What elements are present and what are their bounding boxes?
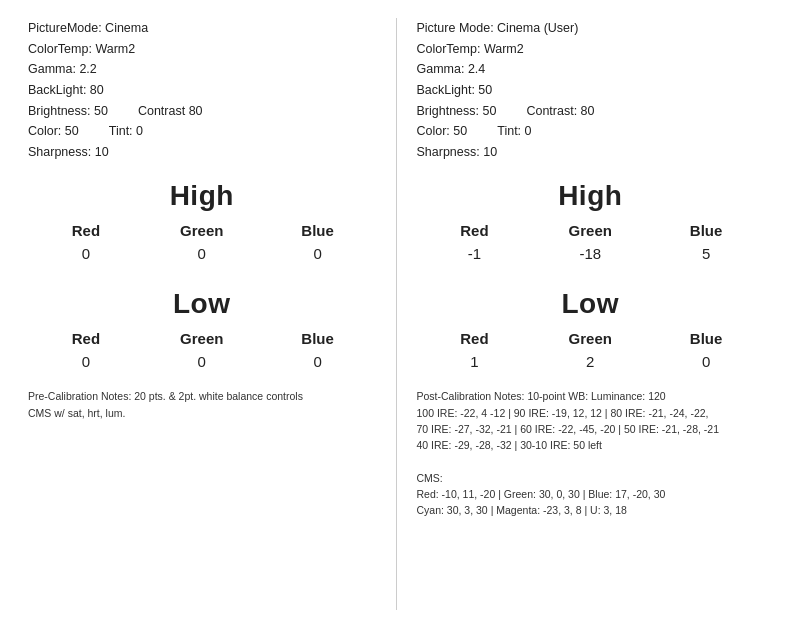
left-info: PictureMode: Cinema ColorTemp: Warm2 Gam… — [28, 18, 376, 162]
right-low-green-value: 2 — [532, 349, 648, 378]
right-high-title: High — [417, 180, 765, 212]
right-high-table: Red Green Blue -1 -18 5 — [417, 220, 765, 270]
left-high-title: High — [28, 180, 376, 212]
left-low-red-value: 0 — [28, 349, 144, 378]
right-tint: Tint: 0 — [497, 121, 531, 142]
left-gamma: Gamma: 2.2 — [28, 59, 376, 80]
left-color-temp: ColorTemp: Warm2 — [28, 39, 376, 60]
right-high-red-value: -1 — [417, 241, 533, 270]
right-low-blue-value: 0 — [648, 349, 764, 378]
left-high-blue-header: Blue — [260, 220, 376, 241]
left-high-blue-value: 0 — [260, 241, 376, 270]
right-low-red-header: Red — [417, 328, 533, 349]
left-brightness: Brightness: 50 — [28, 101, 108, 122]
right-low-green-header: Green — [532, 328, 648, 349]
left-low-table: Red Green Blue 0 0 0 — [28, 328, 376, 378]
right-notes-text: Post-Calibration Notes: 10-point WB: Lum… — [417, 388, 765, 518]
right-picture-mode: Picture Mode: Cinema (User) — [417, 18, 765, 39]
left-contrast: Contrast 80 — [138, 101, 203, 122]
right-high-blue-header: Blue — [648, 220, 764, 241]
left-low-blue-header: Blue — [260, 328, 376, 349]
right-notes: Post-Calibration Notes: 10-point WB: Lum… — [417, 388, 765, 518]
left-low-green-value: 0 — [144, 349, 260, 378]
left-high-green-value: 0 — [144, 241, 260, 270]
left-backlight: BackLight: 80 — [28, 80, 376, 101]
right-brightness: Brightness: 50 — [417, 101, 497, 122]
right-low-table: Red Green Blue 1 2 0 — [417, 328, 765, 378]
right-gamma: Gamma: 2.4 — [417, 59, 765, 80]
left-notes: Pre-Calibration Notes: 20 pts. & 2pt. wh… — [28, 388, 376, 421]
right-low-red-value: 1 — [417, 349, 533, 378]
left-high-red-value: 0 — [28, 241, 144, 270]
right-info: Picture Mode: Cinema (User) ColorTemp: W… — [417, 18, 765, 162]
right-high-green-value: -18 — [532, 241, 648, 270]
right-high-blue-value: 5 — [648, 241, 764, 270]
right-contrast: Contrast: 80 — [526, 101, 594, 122]
right-sharpness: Sharpness: 10 — [417, 142, 765, 163]
left-picture-mode: PictureMode: Cinema — [28, 18, 376, 39]
right-high-red-header: Red — [417, 220, 533, 241]
right-color-temp: ColorTemp: Warm2 — [417, 39, 765, 60]
left-low-red-header: Red — [28, 328, 144, 349]
left-low-green-header: Green — [144, 328, 260, 349]
right-color: Color: 50 — [417, 121, 468, 142]
left-tint: Tint: 0 — [109, 121, 143, 142]
left-low-title: Low — [28, 288, 376, 320]
right-low-blue-header: Blue — [648, 328, 764, 349]
right-high-green-header: Green — [532, 220, 648, 241]
left-notes-text: Pre-Calibration Notes: 20 pts. & 2pt. wh… — [28, 388, 376, 421]
panel-divider — [396, 18, 397, 610]
right-backlight: BackLight: 50 — [417, 80, 765, 101]
left-high-red-header: Red — [28, 220, 144, 241]
left-high-green-header: Green — [144, 220, 260, 241]
left-color: Color: 50 — [28, 121, 79, 142]
left-low-blue-value: 0 — [260, 349, 376, 378]
left-high-table: Red Green Blue 0 0 0 — [28, 220, 376, 270]
left-sharpness: Sharpness: 10 — [28, 142, 376, 163]
right-panel: Picture Mode: Cinema (User) ColorTemp: W… — [399, 18, 783, 610]
left-panel: PictureMode: Cinema ColorTemp: Warm2 Gam… — [10, 18, 394, 610]
right-low-title: Low — [417, 288, 765, 320]
